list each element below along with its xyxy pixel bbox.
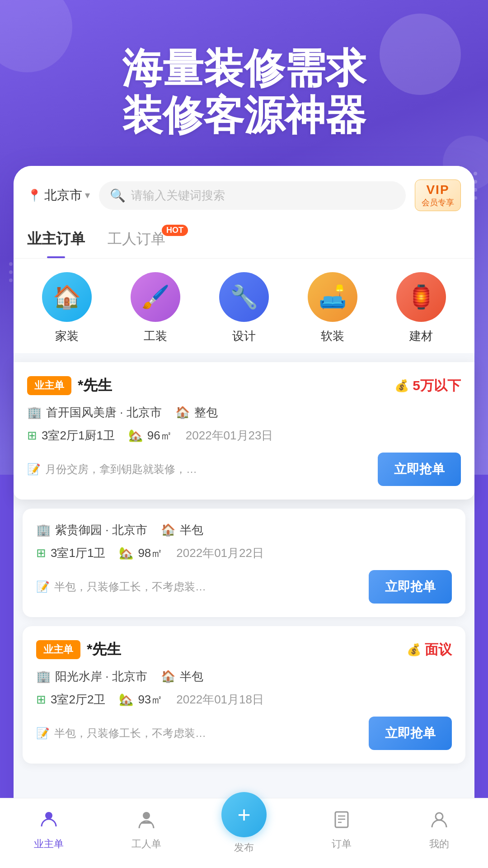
grab-btn-3[interactable]: 立即抢单 [369,717,452,750]
order-2-note-text: 半包，只装修工长，不考虑装… [54,580,206,594]
area-icon-3: 🏡 [119,693,133,707]
note-icon-1: 📝 [27,463,41,476]
nav-publish-label: 发布 [234,841,254,854]
nav-me-icon [429,809,449,834]
nav-item-me[interactable]: 我的 [390,809,488,851]
order-2-location-text: 紫贵御园 · 北京市 [55,522,147,538]
order-1-room-text: 3室2厅1厨1卫 [42,428,115,443]
design-icon: 🔧 [230,284,258,310]
order-3-budget: 💰 面议 [407,641,452,659]
order-2-room-text: 3室1厅1卫 [51,545,105,561]
budget-icon-1: 💰 [394,379,409,393]
nav-order-label: 订单 [332,837,352,851]
order-3-type-badge: 业主单 [36,640,80,659]
category-soft-label: 软装 [321,328,344,344]
material-icon: 🏮 [407,284,435,310]
order-1-package: 🏠 整包 [175,405,218,420]
order-1-area-text: 96㎡ [147,428,172,443]
order-3-package: 🏠 半包 [161,669,203,684]
search-icon: 🔍 [110,188,126,203]
hero-line2: 装修客源神器 [27,92,461,139]
design-icon-circle: 🔧 [219,272,269,322]
package-icon-3: 🏠 [161,670,175,684]
app-card: 📍 北京市 ▾ 🔍 请输入关键词搜索 VIP 会员专享 业主订单 工人订单 HO… [14,166,474,845]
search-input[interactable]: 🔍 请输入关键词搜索 [99,181,406,210]
commercial-icon: 🖌️ [141,284,169,310]
commercial-icon-circle: 🖌️ [131,272,180,322]
order-2-room: ⊞ 3室1厅1卫 [36,545,105,561]
nav-order-icon [332,809,352,834]
svg-point-7 [436,813,443,820]
order-3-note: 📝 半包，只装修工长，不考虑装… [36,726,369,741]
order-3-location: 🏢 阳光水岸 · 北京市 [36,669,147,684]
category-home[interactable]: 🏠 家装 [42,272,92,344]
order-1-header-left: 业主单 *先生 [27,376,112,396]
vip-sub-label: 会员专享 [422,197,454,208]
tab-row: 业主订单 工人订单 HOT [14,220,474,259]
nav-me-label: 我的 [429,837,449,851]
nav-item-publish[interactable]: + 发布 [195,806,293,854]
order-1-budget-text: 5万以下 [413,377,461,395]
order-3-footer: 📝 半包，只装修工长，不考虑装… 立即抢单 [36,717,452,750]
order-3-area-text: 93㎡ [138,692,163,708]
nav-worker-label: 工人单 [131,837,161,851]
order-3-room-text: 3室2厅2卫 [51,692,105,708]
hero-title: 海量装修需求 装修客源神器 [27,45,461,139]
budget-icon-3: 💰 [407,643,421,657]
bottom-nav: 业主单 工人单 + 发布 订单 [0,798,488,868]
room-icon-3: ⊞ [36,693,46,707]
soft-icon: 🛋️ [319,284,347,310]
category-material[interactable]: 🏮 建材 [396,272,446,344]
order-1-room: ⊞ 3室2厅1厨1卫 [27,428,115,443]
svg-point-1 [143,812,150,819]
order-1-type-badge: 业主单 [27,376,71,395]
nav-item-worker[interactable]: 工人单 [98,809,195,851]
order-2-date: 2022年01月22日 [176,545,264,561]
tab-worker-order[interactable]: 工人订单 HOT [108,220,165,258]
order-3-header: 业主单 *先生 💰 面议 [36,640,452,660]
tab-owner-order[interactable]: 业主订单 [27,220,85,258]
order-3-package-text: 半包 [180,669,203,684]
order-2-package-text: 半包 [180,522,203,538]
order-1-note-text: 月份交房，拿到钥匙就装修，… [45,462,197,476]
area-icon-2: 🏡 [119,546,133,560]
category-material-label: 建材 [409,328,433,344]
order-1-note: 📝 月份交房，拿到钥匙就装修，… [27,462,378,476]
vip-label: VIP [426,183,449,197]
order-2-footer: 📝 半包，只装修工长，不考虑装… 立即抢单 [36,570,452,604]
order-3-details-room: ⊞ 3室2厅2卫 🏡 93㎡ 2022年01月18日 [36,692,452,708]
location-button[interactable]: 📍 北京市 ▾ [27,187,90,204]
order-3-details-location: 🏢 阳光水岸 · 北京市 🏠 半包 [36,669,452,684]
category-design[interactable]: 🔧 设计 [219,272,269,344]
category-commercial[interactable]: 🖌️ 工装 [131,272,180,344]
room-icon-1: ⊞ [27,429,37,443]
hero-section: 海量装修需求 装修客源神器 [0,0,488,139]
order-2-details-room: ⊞ 3室1厅1卫 🏡 98㎡ 2022年01月22日 [36,545,452,561]
chevron-down-icon: ▾ [85,189,90,201]
note-icon-3: 📝 [36,727,50,740]
grab-btn-2[interactable]: 立即抢单 [369,570,452,604]
building-icon-2: 🏢 [36,523,51,537]
nav-owner-icon [39,809,59,834]
nav-add-button[interactable]: + [221,792,267,837]
order-3-date: 2022年01月18日 [176,692,264,708]
order-1-budget: 💰 5万以下 [394,377,461,395]
category-soft[interactable]: 🛋️ 软装 [308,272,357,344]
grab-btn-1[interactable]: 立即抢单 [378,453,461,486]
package-icon-1: 🏠 [175,406,190,420]
nav-item-owner[interactable]: 业主单 [0,809,98,851]
room-icon-2: ⊞ [36,546,46,560]
order-1-footer: 📝 月份交房，拿到钥匙就装修，… 立即抢单 [27,453,461,486]
nav-worker-icon [136,809,156,834]
order-1-location: 🏢 首开国风美唐 · 北京市 [27,405,162,420]
order-2-location: 🏢 紫贵御园 · 北京市 [36,522,147,538]
order-3-room: ⊞ 3室2厅2卫 [36,692,105,708]
nav-item-order[interactable]: 订单 [293,809,390,851]
area-icon-1: 🏡 [128,429,143,443]
location-text: 北京市 [44,187,82,204]
nav-owner-label: 业主单 [34,837,64,851]
soft-icon-circle: 🛋️ [308,272,357,322]
order-card-3: 业主单 *先生 💰 面议 🏢 阳光水岸 · 北京市 🏠 半包 [23,626,465,764]
vip-badge[interactable]: VIP 会员专享 [415,179,461,211]
category-design-label: 设计 [232,328,256,344]
